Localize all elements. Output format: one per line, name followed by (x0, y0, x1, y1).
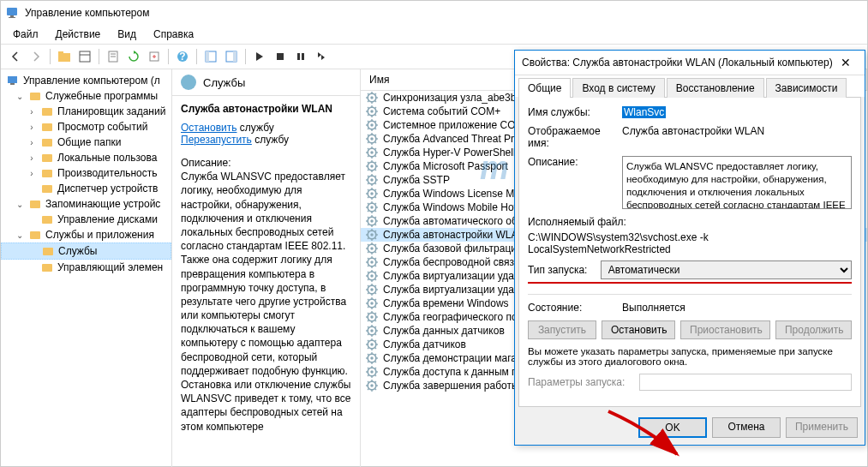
tree-toggle-icon[interactable]: › (27, 123, 37, 132)
gear-icon (366, 311, 378, 323)
gear-icon (366, 256, 378, 268)
tree-item[interactable]: ⌄ Запоминающие устройс (1, 196, 171, 212)
gear-icon (366, 284, 378, 296)
close-icon[interactable]: ✕ (834, 56, 858, 69)
service-name: Служба Hyper-V PowerShell Dir (383, 147, 531, 159)
svg-rect-10 (7, 8, 17, 15)
window-title: Управление компьютером (25, 7, 862, 19)
value-service-name: WlanSvc (622, 106, 666, 118)
tree-toggle-icon[interactable]: › (27, 107, 37, 117)
tree-item[interactable]: › Просмотр событий (1, 119, 171, 135)
svg-rect-41 (30, 231, 40, 239)
apply-button[interactable]: Применить (786, 417, 858, 438)
tree-item-label: Локальные пользова (57, 152, 157, 164)
startup-type-select[interactable]: Автоматически (601, 260, 852, 279)
svg-rect-39 (30, 201, 40, 208)
tree-node-icon (40, 260, 54, 274)
restart-icon[interactable] (312, 47, 331, 66)
service-name: Служба автонастройки WLAN (383, 229, 525, 241)
tree-toggle-icon[interactable]: ⌄ (15, 231, 25, 240)
tree-node-icon (40, 182, 54, 195)
help-text: Вы можете указать параметры запуска, при… (528, 346, 852, 367)
tree-item-label: Запоминающие устройс (45, 198, 160, 210)
svg-rect-30 (8, 76, 17, 83)
svg-rect-24 (206, 51, 209, 62)
gear-icon (366, 338, 378, 350)
service-actions: Остановить службу Перезапустить службу (172, 118, 360, 149)
tree-item[interactable]: Службы (1, 242, 171, 260)
service-name: Служба географического пол (383, 311, 523, 323)
tree-item[interactable]: › Общие папки (1, 135, 171, 150)
tab-recovery[interactable]: Восстановление (667, 78, 764, 98)
ok-button[interactable]: OK (638, 417, 707, 438)
export-icon[interactable] (145, 47, 164, 66)
tree-node-icon (28, 89, 42, 103)
menu-action[interactable]: Действие (49, 27, 108, 42)
tree-node-icon (40, 105, 54, 118)
tree-item[interactable]: › Локальные пользова (1, 150, 171, 165)
stop-button[interactable]: Остановить (602, 320, 675, 339)
forward-icon[interactable] (27, 47, 45, 66)
menu-help[interactable]: Справка (147, 27, 201, 42)
service-name: Служба виртуализации удален (383, 284, 531, 296)
resume-button[interactable]: Продолжить (775, 320, 852, 339)
tree-label: Управление компьютером (л (23, 75, 160, 87)
tab-logon[interactable]: Вход в систему (572, 78, 664, 98)
tree-toggle-icon[interactable]: › (27, 138, 37, 147)
service-name: Служба базовой фильтрации (383, 242, 523, 254)
service-name: Служба Windows License Mana (383, 188, 531, 200)
play-icon[interactable] (250, 47, 269, 66)
tab-general[interactable]: Общие (518, 78, 571, 98)
pause-icon[interactable] (291, 47, 310, 66)
gear-icon (366, 352, 378, 364)
nav-icon[interactable] (75, 47, 94, 66)
tree-item[interactable]: Управляющий элемен (1, 260, 171, 275)
label-startup-type: Тип запуска: (528, 264, 601, 276)
value-description[interactable]: Служба WLANSVC предоставляет логику, нео… (622, 156, 852, 209)
value-executable: C:\WINDOWS\system32\svchost.exe -k Local… (528, 231, 852, 255)
service-name: Служба беспроводной связи Wi (383, 256, 535, 268)
tab-dependencies[interactable]: Зависимости (766, 78, 847, 98)
tree-item[interactable]: Управление дисками (1, 212, 171, 227)
tree-item-label: Служебные программы (45, 90, 158, 102)
stop-link[interactable]: Остановить (181, 122, 237, 134)
tree-node-icon (40, 151, 54, 165)
service-name: Служба SSTP (383, 174, 450, 186)
tree-item[interactable]: Диспетчер устройств (1, 181, 171, 196)
dialog-tabs: Общие Вход в систему Восстановление Зави… (515, 75, 865, 97)
tree-item[interactable]: ⌄ Службы и приложения (1, 227, 171, 242)
pause-button[interactable]: Приостановить (680, 320, 770, 339)
tree-root[interactable]: Управление компьютером (л (1, 73, 171, 88)
back-icon[interactable] (6, 47, 25, 66)
tree-item[interactable]: › Планировщик заданий (1, 104, 171, 119)
service-name: Служба данных датчиков (383, 325, 505, 337)
svg-rect-13 (58, 53, 70, 62)
menu-file[interactable]: Файл (6, 27, 45, 42)
refresh-icon[interactable] (124, 47, 143, 66)
menu-view[interactable]: Вид (111, 27, 143, 42)
tree-item-label: Диспетчер устройств (57, 183, 158, 195)
folder-icon[interactable] (55, 47, 74, 66)
tab-content: Имя службы: WlanSvc Отображаемое имя: Сл… (518, 97, 861, 407)
props-icon[interactable] (104, 47, 123, 66)
service-name: Служба завершения работы в (383, 380, 527, 392)
start-button[interactable]: Запустить (528, 320, 596, 339)
tree-toggle-icon[interactable]: › (27, 169, 37, 178)
label-executable: Исполняемый файл: (528, 216, 852, 228)
menubar: Файл Действие Вид Справка (1, 25, 867, 45)
detail-header: Службы (172, 69, 360, 96)
tree-toggle-icon[interactable]: › (27, 153, 37, 163)
tree-toggle-icon[interactable]: ⌄ (15, 200, 25, 209)
tree-toggle-icon[interactable]: ⌄ (15, 92, 25, 101)
view1-icon[interactable] (201, 47, 220, 66)
view2-icon[interactable] (222, 47, 241, 66)
cancel-button[interactable]: Отмена (712, 417, 781, 438)
tree-item[interactable]: › Производительность (1, 165, 171, 181)
help-icon[interactable]: ? (173, 47, 192, 66)
stop-icon[interactable] (271, 47, 290, 66)
svg-rect-37 (42, 170, 52, 177)
restart-link[interactable]: Перезапустить (181, 134, 252, 146)
tree-item[interactable]: ⌄ Служебные программы (1, 88, 171, 104)
svg-rect-14 (58, 51, 63, 54)
start-params-input[interactable] (639, 374, 852, 391)
